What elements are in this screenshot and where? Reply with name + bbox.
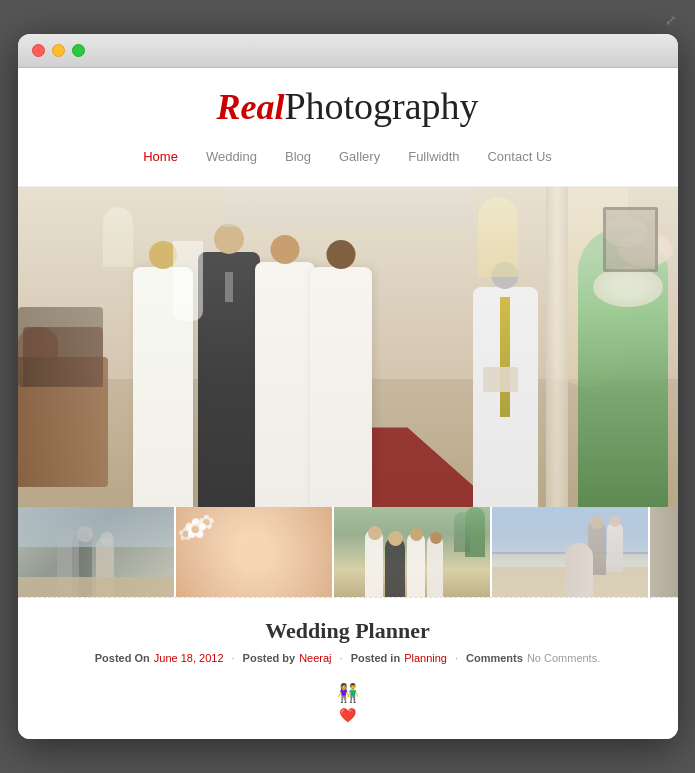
browser-content: RealPhotography Home Wedding Blog Galler…: [18, 68, 678, 740]
nav-item-gallery[interactable]: Gallery: [339, 147, 380, 166]
thumbnail-5: [650, 507, 678, 597]
site-nav: Home Wedding Blog Gallery Fullwidth Cont…: [38, 139, 658, 176]
close-button[interactable]: [32, 44, 45, 57]
minimize-button[interactable]: [52, 44, 65, 57]
post-meta: Posted On June 18, 2012 · Posted by Neer…: [38, 652, 658, 664]
posted-on-label: Posted On: [95, 652, 150, 664]
nav-item-contact[interactable]: Contact Us: [487, 147, 551, 166]
hero-image: [18, 187, 678, 507]
nav-item-fullwidth[interactable]: Fullwidth: [408, 147, 459, 166]
post-category[interactable]: Planning: [404, 652, 447, 664]
thumbnail-strip: ✿ ✿ ✿: [18, 507, 678, 597]
posted-in-label: Posted in: [351, 652, 401, 664]
browser-titlebar: ⤢: [18, 34, 678, 68]
comments-count: No Comments.: [527, 652, 600, 664]
logo-real: Real: [216, 87, 284, 127]
post-icons: 👫 ❤️: [18, 674, 678, 739]
people-icon: 👫: [337, 683, 359, 703]
post-author[interactable]: Neeraj: [299, 652, 331, 664]
heart-icon: ❤️: [339, 707, 356, 723]
logo-photography: Photography: [284, 85, 478, 127]
thumbnail-1[interactable]: [18, 507, 174, 597]
post-date[interactable]: June 18, 2012: [154, 652, 224, 664]
nav-item-wedding[interactable]: Wedding: [206, 147, 257, 166]
comments-label: Comments: [466, 652, 523, 664]
nav-item-home[interactable]: Home: [143, 147, 178, 166]
post-title: Wedding Planner: [38, 618, 658, 644]
site-logo: RealPhotography: [38, 86, 658, 128]
site-header: RealPhotography Home Wedding Blog Galler…: [18, 68, 678, 188]
posted-by-label: Posted by: [243, 652, 296, 664]
thumbnail-4[interactable]: [492, 507, 648, 597]
post-info: Wedding Planner Posted On June 18, 2012 …: [18, 597, 678, 674]
thumbnail-2[interactable]: ✿ ✿ ✿: [176, 507, 332, 597]
thumbnail-3[interactable]: [334, 507, 490, 597]
maximize-button[interactable]: [72, 44, 85, 57]
nav-item-blog[interactable]: Blog: [285, 147, 311, 166]
browser-window: ⤢ RealPhotography Home Wedding Blog Gall…: [18, 34, 678, 740]
